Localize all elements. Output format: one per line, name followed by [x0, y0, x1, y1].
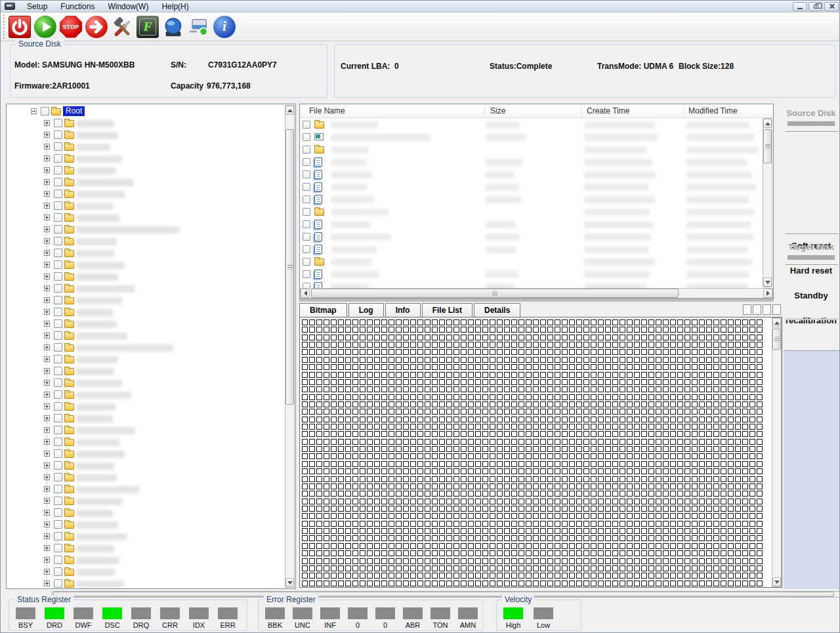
tree-item[interactable] — [7, 259, 282, 271]
tree-checkbox[interactable] — [54, 438, 62, 446]
menu-functions[interactable]: Functions — [54, 1, 101, 12]
column-file-name[interactable]: File Name — [309, 106, 345, 115]
file-list-row[interactable] — [301, 181, 762, 194]
minimize-button[interactable] — [793, 2, 807, 11]
standby-button[interactable]: Standby — [783, 291, 839, 300]
scroll-down-button[interactable] — [763, 277, 772, 287]
expand-icon[interactable] — [44, 297, 50, 303]
tree-checkbox[interactable] — [54, 331, 62, 340]
tree-checkbox[interactable] — [54, 296, 62, 304]
tree-item[interactable] — [7, 413, 282, 424]
tree-item[interactable] — [7, 176, 282, 188]
tree-item[interactable] — [7, 117, 282, 129]
expand-icon[interactable] — [44, 285, 50, 291]
tree-item[interactable] — [7, 531, 282, 542]
tree-item[interactable] — [7, 401, 282, 413]
tree-checkbox[interactable] — [54, 449, 62, 458]
expand-icon[interactable] — [44, 533, 50, 539]
file-list-row[interactable] — [301, 156, 762, 169]
app-window-icon[interactable]: F — [136, 16, 159, 38]
file-list-row[interactable] — [301, 206, 762, 218]
scrollbar-thumb[interactable] — [763, 129, 772, 163]
scroll-left-button[interactable] — [301, 289, 310, 298]
tree-checkbox[interactable] — [54, 567, 62, 576]
file-checkbox[interactable] — [303, 158, 310, 166]
tree-checkbox[interactable] — [54, 544, 62, 552]
expand-icon[interactable] — [44, 155, 50, 161]
file-checkbox[interactable] — [303, 208, 310, 216]
expand-icon[interactable] — [44, 214, 50, 220]
expand-icon[interactable] — [44, 403, 50, 409]
scroll-right-button[interactable] — [763, 289, 772, 298]
expand-icon[interactable] — [44, 132, 50, 138]
collapse-icon[interactable] — [31, 108, 37, 114]
tree-checkbox[interactable] — [54, 178, 62, 186]
tree-item[interactable] — [7, 542, 282, 554]
tree-item[interactable] — [7, 330, 282, 342]
tree-item[interactable] — [7, 507, 282, 519]
file-list-row[interactable] — [301, 144, 762, 156]
tree-item[interactable] — [7, 519, 282, 531]
tree-item[interactable] — [7, 342, 282, 354]
column-divider[interactable] — [683, 106, 684, 117]
file-list-row[interactable] — [301, 131, 762, 144]
expand-icon[interactable] — [44, 545, 50, 551]
bottom-horizontal-scrollbar[interactable] — [52, 591, 840, 598]
tab-mini-box[interactable] — [743, 304, 751, 315]
tree-checkbox[interactable] — [54, 426, 62, 434]
tree-item[interactable] — [7, 165, 282, 176]
expand-icon[interactable] — [44, 226, 50, 232]
stop-icon[interactable]: STOP — [60, 16, 82, 38]
tree-root-label[interactable]: Root — [63, 106, 85, 116]
tree-checkbox[interactable] — [54, 390, 62, 399]
file-list-row[interactable] — [301, 119, 762, 131]
tree-root-row[interactable]: Root — [7, 106, 282, 117]
scroll-up-button[interactable] — [772, 318, 781, 327]
tree-checkbox[interactable] — [54, 367, 62, 375]
tree-item[interactable] — [7, 566, 282, 578]
expand-icon[interactable] — [44, 581, 50, 586]
column-create-time[interactable]: Create Time — [587, 106, 629, 115]
tree-item[interactable] — [7, 283, 282, 295]
restore-button[interactable] — [808, 2, 823, 11]
file-checkbox[interactable] — [303, 245, 310, 253]
scrollbar-thumb[interactable] — [53, 592, 834, 597]
tree-item[interactable] — [7, 483, 282, 495]
scrollbar-thumb[interactable] — [285, 129, 294, 405]
start-icon[interactable] — [34, 16, 56, 38]
tree-item[interactable] — [7, 424, 282, 436]
tree-item[interactable] — [7, 460, 282, 472]
column-divider[interactable] — [581, 106, 581, 117]
file-checkbox[interactable] — [303, 258, 310, 266]
expand-icon[interactable] — [44, 250, 50, 256]
tree-checkbox[interactable] — [41, 107, 49, 115]
file-checkbox[interactable] — [303, 233, 310, 241]
tree-checkbox[interactable] — [54, 579, 62, 588]
close-button[interactable] — [824, 2, 839, 11]
tree-checkbox[interactable] — [54, 249, 62, 257]
expand-icon[interactable] — [44, 462, 50, 468]
tree-checkbox[interactable] — [54, 319, 62, 328]
recalibration-button[interactable]: recalibration — [783, 316, 839, 325]
tree-checkbox[interactable] — [54, 190, 62, 198]
menu-window-w[interactable]: Window(W) — [101, 1, 155, 12]
file-checkbox[interactable] — [303, 220, 310, 228]
tree-item[interactable] — [7, 224, 282, 235]
tree-checkbox[interactable] — [54, 154, 62, 163]
tree-checkbox[interactable] — [54, 532, 62, 541]
scroll-down-button[interactable] — [285, 578, 294, 587]
info-icon[interactable]: i — [213, 16, 236, 38]
tree-item[interactable] — [7, 212, 282, 224]
expand-icon[interactable] — [44, 203, 50, 209]
tree-checkbox[interactable] — [54, 142, 62, 151]
tree-item[interactable] — [7, 153, 282, 165]
expand-icon[interactable] — [44, 191, 50, 197]
column-size[interactable]: Size — [490, 106, 505, 115]
tree-checkbox[interactable] — [54, 414, 62, 422]
file-list-row[interactable] — [301, 243, 762, 256]
tree-checkbox[interactable] — [54, 308, 62, 316]
tree-checkbox[interactable] — [54, 556, 62, 564]
expand-icon[interactable] — [44, 344, 50, 350]
file-list-row[interactable] — [301, 231, 762, 243]
tree-checkbox[interactable] — [54, 225, 62, 234]
